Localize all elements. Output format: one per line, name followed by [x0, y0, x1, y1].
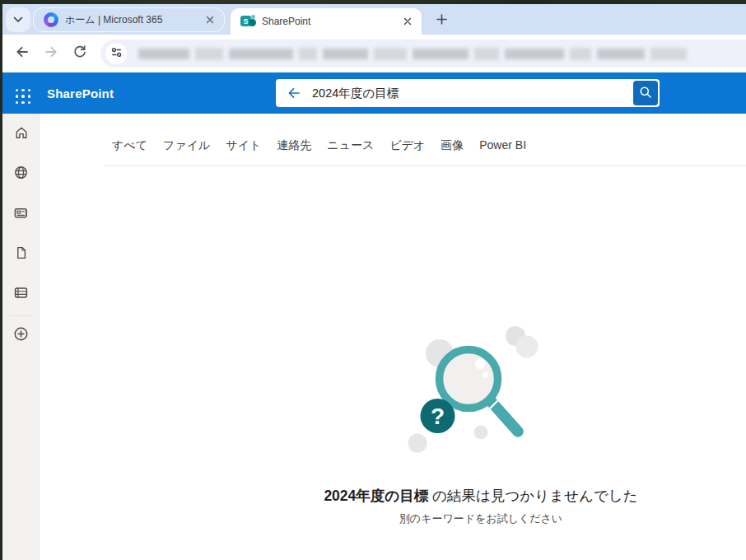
site-settings-icon — [111, 46, 122, 61]
forward-button[interactable] — [40, 42, 63, 65]
filter-tab-all[interactable]: すべて — [112, 138, 147, 158]
back-button[interactable] — [11, 42, 34, 65]
site-settings-button[interactable] — [105, 43, 127, 64]
browser-tab-sharepoint[interactable]: S SharePoint — [231, 8, 422, 35]
tabs-divider — [104, 166, 746, 166]
magnifier-icon — [638, 85, 653, 102]
home-icon — [13, 124, 30, 144]
search-submit-button[interactable] — [633, 81, 658, 105]
no-results-hint: 別のキーワードをお試しください — [230, 511, 732, 526]
reload-icon — [72, 44, 88, 63]
no-results-message: 2024年度の目標 の結果は見つかりませんでした — [230, 486, 732, 506]
microsoft-365-icon — [44, 12, 58, 27]
browser-tab-microsoft365[interactable]: ホーム | Microsoft 365 — [33, 7, 225, 32]
new-tab-button[interactable] — [431, 10, 452, 31]
browser-window: ホーム | Microsoft 365 S SharePoint — [2, 4, 746, 560]
search-input[interactable]: 2024年度の目標 — [312, 86, 660, 101]
filter-tab-videos[interactable]: ビデオ — [389, 138, 425, 158]
list-icon — [12, 284, 30, 305]
sidebar-item-lists[interactable] — [6, 279, 36, 309]
sidebar-divider — [9, 315, 32, 316]
app-name-link[interactable]: SharePoint — [47, 72, 114, 114]
app-bar — [2, 114, 40, 560]
sidebar-item-sites[interactable] — [6, 159, 36, 189]
close-tab-icon[interactable] — [203, 12, 217, 27]
filter-tab-people[interactable]: 連絡先 — [277, 138, 311, 158]
browser-toolbar — [2, 35, 746, 72]
chevron-down-icon — [12, 12, 24, 27]
reload-button[interactable] — [68, 42, 91, 65]
back-arrow-icon — [14, 44, 30, 63]
filter-tab-sites[interactable]: サイト — [226, 138, 261, 158]
new-tab-icon — [436, 13, 447, 28]
forward-arrow-icon — [43, 44, 59, 63]
search-back-button[interactable] — [286, 85, 302, 101]
question-mark-glyph: ? — [431, 404, 445, 429]
search-vertical-tabs: すべて ファイル サイト 連絡先 ニュース ビデオ 画像 Power BI — [40, 138, 526, 158]
search-results-main: すべて ファイル サイト 連絡先 ニュース ビデオ 画像 Power BI — [40, 114, 746, 560]
browser-tab-strip: ホーム | Microsoft 365 S SharePoint — [2, 4, 746, 35]
search-box: 2024年度の目標 — [276, 79, 660, 107]
document-icon — [13, 245, 30, 264]
filter-tab-files[interactable]: ファイル — [163, 138, 210, 158]
searched-query-text: 2024年度の目標 — [324, 488, 428, 504]
filter-tab-powerbi[interactable]: Power BI — [479, 138, 526, 158]
search-magnifier-illustration: ? — [390, 317, 571, 465]
sidebar-item-create[interactable] — [6, 320, 36, 350]
address-bar[interactable] — [100, 40, 746, 68]
news-icon — [12, 204, 30, 225]
no-results-suffix: の結果は見つかりませんでした — [428, 488, 637, 504]
app-launcher-button[interactable] — [12, 85, 35, 108]
waffle-icon — [16, 89, 18, 91]
filter-tab-news[interactable]: ニュース — [327, 138, 374, 158]
tab-title: SharePoint — [262, 16, 400, 27]
sharepoint-suite-header: SharePoint 2024年度の目標 — [2, 72, 746, 114]
tab-title: ホーム | Microsoft 365 — [65, 13, 203, 27]
sharepoint-icon: S — [240, 14, 255, 29]
content-area: すべて ファイル サイト 連絡先 ニュース ビデオ 画像 Power BI — [2, 114, 746, 560]
add-circle-icon — [12, 325, 30, 346]
sidebar-item-files[interactable] — [6, 240, 36, 269]
tab-search-button[interactable] — [6, 7, 30, 32]
filter-tab-images[interactable]: 画像 — [441, 138, 464, 158]
close-tab-icon[interactable] — [400, 14, 415, 29]
blurred-url-text — [138, 47, 687, 60]
sidebar-item-home[interactable] — [6, 119, 36, 149]
sidebar-item-news[interactable] — [6, 199, 36, 229]
sharepoint-icon-circle — [249, 19, 256, 26]
globe-icon — [12, 164, 30, 184]
desktop-background: ホーム | Microsoft 365 S SharePoint — [0, 0, 746, 560]
no-results-empty-state: ? 2024年度の目標 の結果は見つかりませんでした 別のキーワードをお試しくだ… — [230, 317, 732, 526]
